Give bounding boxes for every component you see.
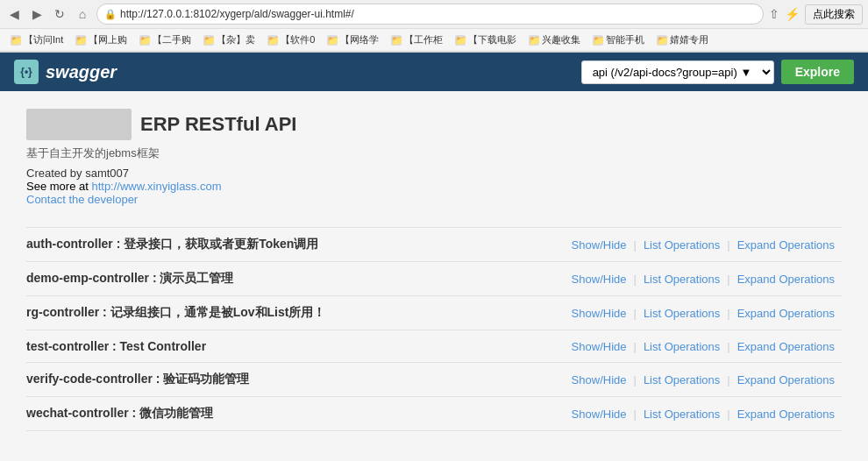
contact-developer-link[interactable]: Contact the developer [26, 193, 138, 206]
bookmark-label: 婧婧专用 [670, 33, 708, 46]
search-button[interactable]: 点此搜索 [805, 4, 863, 25]
expand-operations-link[interactable]: Expand Operations [730, 373, 842, 387]
bookmark-item[interactable]: 📁 【网络学 [322, 32, 384, 48]
bookmark-item[interactable]: 📁 【工作柜 [386, 32, 448, 48]
show-hide-link[interactable]: Show/Hide [565, 273, 634, 286]
bookmark-icon: 📁 [327, 35, 338, 46]
bookmark-icon: 📁 [11, 35, 21, 46]
controller-name[interactable]: wechat-controller : 微信功能管理 [26, 406, 565, 422]
bookmark-item[interactable]: 📁 【下载电影 [450, 32, 522, 48]
explore-button[interactable]: Explore [781, 60, 854, 84]
swagger-title-text: swagger [46, 62, 117, 82]
list-operations-link[interactable]: List Operations [637, 408, 727, 421]
forward-button[interactable]: ▶ [28, 5, 46, 23]
home-button[interactable]: ⌂ [74, 5, 91, 23]
address-bar[interactable]: 🔒 http://127.0.0.1:8102/xygerp/ald/swagg… [96, 4, 764, 25]
controller-name[interactable]: rg-controller : 记录组接口，通常是被Lov和List所用！ [26, 305, 565, 321]
see-more-link[interactable]: http://www.xinyiglass.com [91, 180, 221, 193]
controller-row: auth-controller : 登录接口，获取或者更新Token调用 Sho… [26, 227, 842, 262]
bookmark-icon: 📁 [139, 35, 150, 46]
show-hide-link[interactable]: Show/Hide [565, 408, 634, 421]
api-created-by: Created by samt007 [26, 167, 842, 180]
list-operations-link[interactable]: List Operations [637, 373, 727, 387]
api-description: 基于自主开发的jebms框架 [26, 145, 842, 161]
bookmark-label: 【网上购 [89, 33, 127, 46]
bookmark-item[interactable]: 📁 【软件0 [262, 32, 320, 48]
bookmark-label: 【网络学 [340, 33, 379, 46]
show-hide-link[interactable]: Show/Hide [565, 373, 634, 387]
list-operations-link[interactable]: List Operations [637, 238, 727, 252]
bookmark-icon: 📁 [203, 35, 214, 46]
bookmark-item[interactable]: 📁 婧婧专用 [651, 32, 714, 48]
see-more-label: See more at [26, 180, 91, 193]
bookmark-label: 【杂】卖 [217, 33, 255, 46]
bookmark-item[interactable]: 📁 【杂】卖 [198, 32, 260, 48]
expand-operations-link[interactable]: Expand Operations [730, 340, 842, 353]
bookmark-label: 兴趣收集 [542, 33, 580, 46]
bookmark-item[interactable]: 📁 智能手机 [587, 32, 650, 48]
controller-actions: Show/Hide | List Operations | Expand Ope… [565, 307, 842, 320]
bookmark-label: 【访问Int [24, 33, 63, 46]
bookmark-label: 【二手购 [153, 33, 191, 46]
bookmark-item[interactable]: 📁 【网上购 [70, 32, 132, 48]
share-icon[interactable]: ⇧ [769, 7, 779, 21]
lock-icon: 🔒 [104, 9, 117, 20]
api-group-select[interactable]: api (/v2/api-docs?group=api) ▼ [581, 60, 774, 84]
bookmark-icon: 📁 [267, 35, 278, 46]
expand-operations-link[interactable]: Expand Operations [730, 273, 842, 286]
controller-name[interactable]: verify-code-controller : 验证码功能管理 [26, 372, 565, 387]
controller-actions: Show/Hide | List Operations | Expand Ope… [565, 408, 842, 421]
expand-operations-link[interactable]: Expand Operations [730, 408, 842, 421]
api-title-bar: ERP RESTful API [26, 109, 842, 140]
swagger-app: {•} swagger api (/v2/api-docs?group=api)… [0, 53, 868, 449]
list-operations-link[interactable]: List Operations [637, 340, 727, 353]
controller-actions: Show/Hide | List Operations | Expand Ope… [565, 238, 842, 252]
controller-actions: Show/Hide | List Operations | Expand Ope… [565, 273, 842, 286]
swagger-header: {•} swagger api (/v2/api-docs?group=api)… [0, 53, 868, 91]
expand-operations-link[interactable]: Expand Operations [730, 307, 842, 320]
api-info: ERP RESTful API 基于自主开发的jebms框架 Created b… [26, 109, 842, 206]
controller-row: demo-emp-controller : 演示员工管理 Show/Hide |… [26, 262, 842, 296]
bookmark-icon: 📁 [657, 35, 667, 46]
controller-name[interactable]: auth-controller : 登录接口，获取或者更新Token调用 [26, 237, 565, 252]
bookmark-icon: 📁 [391, 35, 402, 46]
controller-row: verify-code-controller : 验证码功能管理 Show/Hi… [26, 363, 842, 397]
back-button[interactable]: ◀ [5, 5, 23, 23]
list-operations-link[interactable]: List Operations [637, 273, 727, 286]
bookmark-icon: 📁 [593, 35, 603, 46]
browser-action-buttons: ⇧ ⚡ 点此搜索 [769, 4, 863, 25]
controller-name[interactable]: test-controller : Test Controller [26, 339, 565, 353]
controller-row: test-controller : Test Controller Show/H… [26, 330, 842, 363]
show-hide-link[interactable]: Show/Hide [565, 307, 634, 320]
show-hide-link[interactable]: Show/Hide [565, 340, 634, 353]
lightning-icon[interactable]: ⚡ [785, 7, 800, 21]
bookmark-icon: 📁 [75, 35, 86, 46]
controller-row: rg-controller : 记录组接口，通常是被Lov和List所用！ Sh… [26, 296, 842, 330]
bookmark-label: 【软件0 [281, 33, 315, 46]
bookmark-item[interactable]: 📁 【二手购 [134, 32, 196, 48]
controller-list: auth-controller : 登录接口，获取或者更新Token调用 Sho… [26, 227, 842, 431]
browser-toolbar: ◀ ▶ ↻ ⌂ 🔒 http://127.0.0.1:8102/xygerp/a… [0, 0, 868, 29]
bookmark-icon: 📁 [529, 35, 539, 46]
api-see-more: See more at http://www.xinyiglass.com [26, 180, 842, 193]
list-operations-link[interactable]: List Operations [637, 307, 727, 320]
api-contact-row: Contact the developer [26, 193, 842, 206]
swagger-content: ERP RESTful API 基于自主开发的jebms框架 Created b… [0, 91, 868, 449]
api-logo-placeholder [26, 109, 132, 140]
bookmarks-bar: 📁 【访问Int 📁 【网上购 📁 【二手购 📁 【杂】卖 📁 【软件0 📁 【… [0, 29, 868, 52]
url-text: http://127.0.0.1:8102/xygerp/ald/swagger… [120, 8, 756, 20]
controller-actions: Show/Hide | List Operations | Expand Ope… [565, 340, 842, 353]
expand-operations-link[interactable]: Expand Operations [730, 238, 842, 252]
swagger-header-right: api (/v2/api-docs?group=api) ▼ Explore [581, 60, 854, 84]
bookmark-label: 【工作柜 [404, 33, 443, 46]
swagger-logo-icon: {•} [14, 60, 39, 84]
controller-name[interactable]: demo-emp-controller : 演示员工管理 [26, 271, 565, 287]
refresh-button[interactable]: ↻ [51, 5, 68, 23]
browser-chrome: ◀ ▶ ↻ ⌂ 🔒 http://127.0.0.1:8102/xygerp/a… [0, 0, 868, 53]
bookmark-label: 智能手机 [606, 33, 644, 46]
swagger-logo: {•} swagger [14, 60, 117, 84]
bookmark-icon: 📁 [455, 35, 466, 46]
bookmark-item[interactable]: 📁 兴趣收集 [523, 32, 586, 48]
show-hide-link[interactable]: Show/Hide [565, 238, 634, 252]
bookmark-item[interactable]: 📁 【访问Int [5, 32, 68, 48]
